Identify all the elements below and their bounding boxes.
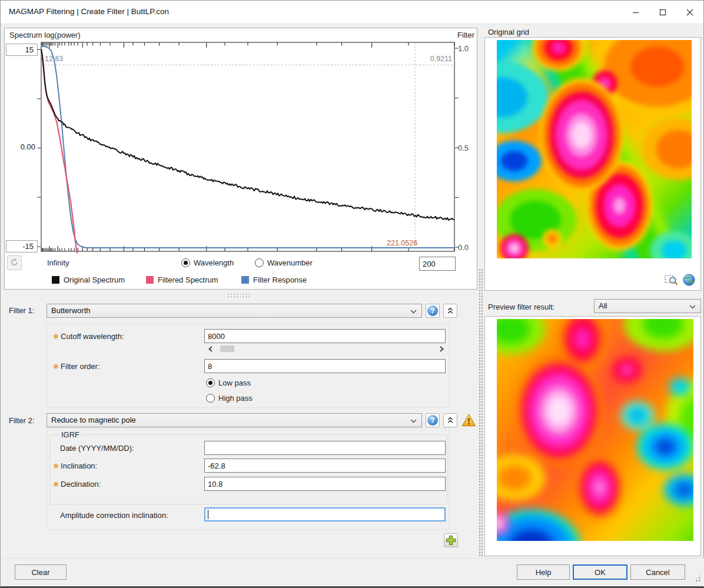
spectrum-panel: Spectrum log(power) Filter 15 0.00 -15 1… xyxy=(4,28,477,290)
help-button[interactable]: Help xyxy=(517,564,570,580)
minimize-button[interactable] xyxy=(622,1,649,24)
spectrum-title: Spectrum log(power) xyxy=(9,31,81,39)
inclination-label: ✱Inclination: xyxy=(53,461,97,470)
cutoff-wavelength-input[interactable] xyxy=(204,329,446,343)
declination-label: ✱Declination: xyxy=(53,480,101,489)
resize-grip[interactable] xyxy=(692,573,702,583)
high-pass-radio[interactable] xyxy=(206,394,215,403)
required-asterisk: ✱ xyxy=(53,480,59,489)
cutoff-slider-thumb[interactable] xyxy=(220,346,234,352)
filter1-label: Filter 1: xyxy=(9,306,34,315)
original-spectrum-legend: Original Spectrum xyxy=(64,275,125,284)
filter1-collapse-button[interactable] xyxy=(443,304,457,318)
maximize-icon xyxy=(659,9,666,16)
y-axis-mid-label: 0.00 xyxy=(6,142,35,151)
y-axis-max-field[interactable]: 15 xyxy=(6,44,38,56)
filter2-collapse-button[interactable] xyxy=(443,413,457,427)
filter-axis-label: Filter xyxy=(440,31,474,39)
filtered-spectrum-legend: Filtered Spectrum xyxy=(158,275,218,284)
spectrum-plot[interactable]: 12.630.9211221.0526 xyxy=(34,39,461,255)
filtered-spectrum-swatch xyxy=(146,276,154,284)
filter2-label: Filter 2: xyxy=(9,416,34,425)
help-icon: ? xyxy=(427,415,438,426)
cutoff-wavelength-quick-input[interactable] xyxy=(419,257,456,271)
clear-button[interactable]: Clear xyxy=(15,564,67,580)
filter2-combo-value: Reduce to magnetic pole xyxy=(51,416,136,424)
filter-order-label: ✱Filter order: xyxy=(53,362,100,371)
preview-filter-combo[interactable]: All xyxy=(594,299,701,313)
wavenumber-radio[interactable] xyxy=(255,258,264,267)
high-pass-label[interactable]: High pass xyxy=(218,394,253,403)
horizontal-splitter-grip[interactable] xyxy=(227,293,252,298)
add-filter-button[interactable] xyxy=(444,533,458,547)
minimize-icon xyxy=(632,9,639,16)
maximize-button[interactable] xyxy=(649,1,676,24)
preview-grid-image xyxy=(497,319,693,541)
original-grid-frame xyxy=(484,37,701,291)
vertical-splitter-grip[interactable] xyxy=(479,268,483,557)
plus-icon xyxy=(446,535,456,546)
window-title: MAGMAP Filtering | Create Filter | ButtL… xyxy=(9,7,169,16)
slider-right-arrow[interactable] xyxy=(438,346,445,353)
reset-icon xyxy=(9,257,19,267)
filter-response-legend: Filter Response xyxy=(253,275,307,284)
y-axis-min-field[interactable]: -15 xyxy=(6,240,38,253)
chevron-down-icon xyxy=(689,305,696,309)
globe-icon[interactable] xyxy=(682,274,696,287)
chevron-down-icon xyxy=(410,310,417,314)
chevron-down-icon xyxy=(410,419,417,423)
collapse-up-icon xyxy=(446,307,454,315)
required-asterisk: ✱ xyxy=(53,363,59,371)
wavenumber-radio-label[interactable]: Wavenumber xyxy=(267,258,313,267)
warning-icon xyxy=(461,413,476,427)
required-asterisk: ✱ xyxy=(53,333,59,341)
preview-grid-frame xyxy=(484,316,701,556)
filter1-help-button[interactable]: ? xyxy=(426,304,440,318)
help-icon: ? xyxy=(427,305,438,316)
ok-button[interactable]: OK xyxy=(573,564,627,580)
low-pass-radio[interactable] xyxy=(206,378,215,387)
wavelength-radio-label[interactable]: Wavelength xyxy=(194,258,234,267)
dialog-window: MAGMAP Filtering | Create Filter | ButtL… xyxy=(0,0,704,588)
low-pass-label[interactable]: Low pass xyxy=(218,378,251,387)
svg-text:0.9211: 0.9211 xyxy=(430,55,452,63)
filter2-help-button[interactable]: ? xyxy=(426,413,440,427)
filter2-params-panel: IGRF Date (YYYY/MM/DD): ✱Inclination: ✱D… xyxy=(47,428,449,530)
filter2-combo[interactable]: Reduce to magnetic pole xyxy=(47,413,422,427)
cutoff-wavelength-label: ✱Cutoff wavelength: xyxy=(53,332,124,341)
igrf-date-label: Date (YYYY/MM/DD): xyxy=(60,444,134,453)
close-icon xyxy=(686,9,693,16)
preview-filter-label: Preview filter result: xyxy=(488,303,554,311)
zoom-extent-icon[interactable] xyxy=(664,274,678,287)
collapse-up-icon xyxy=(446,416,454,424)
title-bar: MAGMAP Filtering | Create Filter | ButtL… xyxy=(1,1,703,24)
bottom-bar: Clear Help OK Cancel xyxy=(1,558,704,586)
svg-text:221.0526: 221.0526 xyxy=(387,239,417,247)
amplitude-correction-label: Amplitude correction inclination: xyxy=(60,511,168,520)
original-grid-image xyxy=(497,40,692,258)
original-grid-label: Original grid xyxy=(488,28,529,36)
filter1-params-panel: ✱Cutoff wavelength: ✱Filter order: Low p… xyxy=(47,323,449,408)
igrf-date-input[interactable] xyxy=(204,441,446,455)
declination-input[interactable] xyxy=(204,477,446,491)
igrf-group-label: IGRF xyxy=(59,430,82,439)
text-caret xyxy=(208,510,208,519)
close-button[interactable] xyxy=(676,1,703,24)
filter-response-swatch xyxy=(241,276,249,284)
original-spectrum-swatch xyxy=(52,276,59,284)
filter-order-input[interactable] xyxy=(204,359,446,373)
preview-filter-value: All xyxy=(599,301,607,310)
filter1-combo[interactable]: Butterworth xyxy=(47,304,422,318)
x-axis-left-label: Infinity xyxy=(47,258,69,267)
required-asterisk: ✱ xyxy=(53,462,59,470)
inclination-input[interactable] xyxy=(204,459,446,473)
amplitude-correction-input[interactable] xyxy=(204,507,446,521)
wavelength-radio[interactable] xyxy=(181,258,190,267)
filter1-combo-value: Butterworth xyxy=(51,306,90,315)
reset-view-button[interactable] xyxy=(7,255,22,270)
spectrum-plot-svg: 12.630.9211221.0526 xyxy=(34,39,461,255)
cancel-button[interactable]: Cancel xyxy=(630,564,685,580)
slider-left-arrow[interactable] xyxy=(207,346,214,353)
